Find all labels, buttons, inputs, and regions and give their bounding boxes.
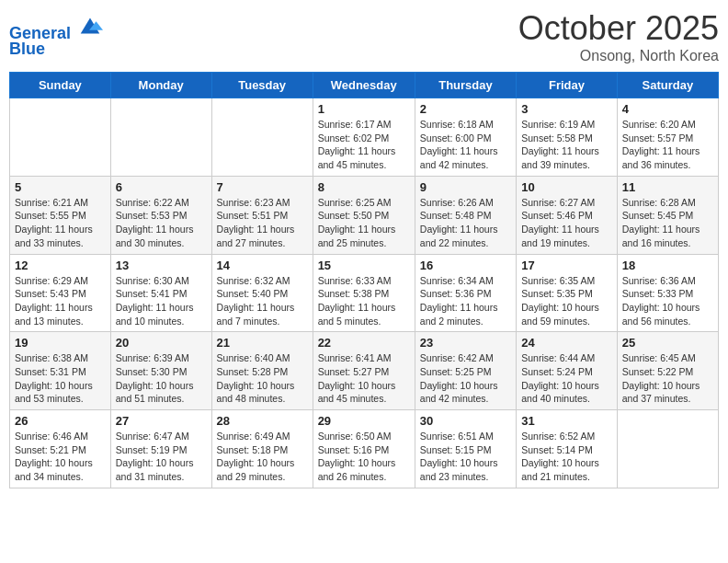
weekday-header: Friday bbox=[517, 73, 618, 98]
calendar-cell: 12 Sunrise: 6:29 AMSunset: 5:43 PMDaylig… bbox=[10, 254, 111, 332]
day-number: 18 bbox=[622, 259, 713, 272]
calendar-cell: 4 Sunrise: 6:20 AMSunset: 5:57 PMDayligh… bbox=[617, 98, 718, 177]
day-info: Sunrise: 6:40 AMSunset: 5:28 PMDaylight:… bbox=[217, 351, 308, 406]
day-info: Sunrise: 6:45 AMSunset: 5:22 PMDaylight:… bbox=[622, 351, 713, 406]
calendar-cell: 30 Sunrise: 6:51 AMSunset: 5:15 PMDaylig… bbox=[415, 410, 516, 488]
logo-icon bbox=[77, 13, 103, 39]
day-info: Sunrise: 6:29 AMSunset: 5:43 PMDaylight:… bbox=[15, 274, 106, 328]
day-number: 8 bbox=[318, 180, 410, 194]
day-number: 14 bbox=[217, 259, 308, 272]
calendar-week-row: 5 Sunrise: 6:21 AMSunset: 5:55 PMDayligh… bbox=[10, 176, 719, 254]
day-info: Sunrise: 6:19 AMSunset: 5:58 PMDaylight:… bbox=[521, 118, 612, 172]
logo-text: General bbox=[9, 13, 103, 43]
day-info: Sunrise: 6:26 AMSunset: 5:48 PMDaylight:… bbox=[420, 196, 511, 250]
day-number: 9 bbox=[420, 180, 511, 194]
calendar-cell: 6 Sunrise: 6:22 AMSunset: 5:53 PMDayligh… bbox=[110, 176, 211, 254]
day-info: Sunrise: 6:35 AMSunset: 5:35 PMDaylight:… bbox=[521, 274, 612, 328]
day-info: Sunrise: 6:22 AMSunset: 5:53 PMDaylight:… bbox=[116, 196, 207, 250]
calendar-cell bbox=[10, 98, 111, 177]
calendar-cell: 21 Sunrise: 6:40 AMSunset: 5:28 PMDaylig… bbox=[211, 332, 313, 410]
day-info: Sunrise: 6:33 AMSunset: 5:38 PMDaylight:… bbox=[318, 274, 410, 328]
day-number: 19 bbox=[15, 336, 106, 350]
calendar-week-row: 26 Sunrise: 6:46 AMSunset: 5:21 PMDaylig… bbox=[10, 410, 719, 488]
calendar-cell: 14 Sunrise: 6:32 AMSunset: 5:40 PMDaylig… bbox=[211, 254, 313, 332]
day-number: 13 bbox=[116, 259, 207, 272]
calendar-cell: 25 Sunrise: 6:45 AMSunset: 5:22 PMDaylig… bbox=[617, 332, 718, 410]
calendar-cell: 7 Sunrise: 6:23 AMSunset: 5:51 PMDayligh… bbox=[211, 176, 313, 254]
weekday-header: Saturday bbox=[617, 73, 718, 98]
day-number: 3 bbox=[521, 102, 612, 116]
calendar-cell: 18 Sunrise: 6:36 AMSunset: 5:33 PMDaylig… bbox=[617, 254, 718, 332]
calendar-week-row: 1 Sunrise: 6:17 AMSunset: 6:02 PMDayligh… bbox=[10, 98, 719, 177]
calendar-cell: 16 Sunrise: 6:34 AMSunset: 5:36 PMDaylig… bbox=[415, 254, 516, 332]
day-info: Sunrise: 6:18 AMSunset: 6:00 PMDaylight:… bbox=[420, 118, 511, 172]
day-info: Sunrise: 6:34 AMSunset: 5:36 PMDaylight:… bbox=[420, 274, 511, 328]
weekday-header: Tuesday bbox=[211, 73, 313, 98]
calendar-week-row: 12 Sunrise: 6:29 AMSunset: 5:43 PMDaylig… bbox=[10, 254, 719, 332]
day-info: Sunrise: 6:20 AMSunset: 5:57 PMDaylight:… bbox=[622, 118, 713, 172]
logo: General Blue bbox=[9, 9, 103, 59]
calendar-cell: 22 Sunrise: 6:41 AMSunset: 5:27 PMDaylig… bbox=[313, 332, 415, 410]
calendar-cell bbox=[211, 98, 313, 177]
day-number: 17 bbox=[521, 259, 612, 272]
calendar-cell: 27 Sunrise: 6:47 AMSunset: 5:19 PMDaylig… bbox=[110, 410, 211, 488]
day-number: 26 bbox=[15, 414, 106, 428]
day-number: 5 bbox=[15, 180, 106, 194]
day-number: 30 bbox=[420, 414, 511, 428]
day-number: 21 bbox=[217, 336, 308, 350]
calendar-cell: 29 Sunrise: 6:50 AMSunset: 5:16 PMDaylig… bbox=[313, 410, 415, 488]
day-number: 27 bbox=[116, 414, 207, 428]
day-info: Sunrise: 6:39 AMSunset: 5:30 PMDaylight:… bbox=[116, 351, 207, 406]
calendar-cell: 1 Sunrise: 6:17 AMSunset: 6:02 PMDayligh… bbox=[313, 98, 415, 177]
day-info: Sunrise: 6:50 AMSunset: 5:16 PMDaylight:… bbox=[318, 430, 410, 484]
calendar-cell: 10 Sunrise: 6:27 AMSunset: 5:46 PMDaylig… bbox=[517, 176, 618, 254]
day-number: 6 bbox=[116, 180, 207, 194]
calendar-cell: 17 Sunrise: 6:35 AMSunset: 5:35 PMDaylig… bbox=[517, 254, 618, 332]
day-info: Sunrise: 6:17 AMSunset: 6:02 PMDaylight:… bbox=[318, 118, 410, 172]
day-info: Sunrise: 6:47 AMSunset: 5:19 PMDaylight:… bbox=[116, 430, 207, 484]
day-info: Sunrise: 6:51 AMSunset: 5:15 PMDaylight:… bbox=[420, 430, 511, 484]
day-number: 22 bbox=[318, 336, 410, 350]
weekday-header: Wednesday bbox=[313, 73, 415, 98]
calendar-cell: 13 Sunrise: 6:30 AMSunset: 5:41 PMDaylig… bbox=[110, 254, 211, 332]
day-number: 11 bbox=[622, 180, 713, 194]
calendar-cell: 5 Sunrise: 6:21 AMSunset: 5:55 PMDayligh… bbox=[10, 176, 111, 254]
calendar-cell: 15 Sunrise: 6:33 AMSunset: 5:38 PMDaylig… bbox=[313, 254, 415, 332]
page-header: General Blue October 2025 Onsong, North … bbox=[9, 9, 719, 64]
day-number: 23 bbox=[420, 336, 511, 350]
day-info: Sunrise: 6:38 AMSunset: 5:31 PMDaylight:… bbox=[15, 351, 106, 406]
calendar-cell bbox=[617, 410, 718, 488]
day-info: Sunrise: 6:23 AMSunset: 5:51 PMDaylight:… bbox=[217, 196, 308, 250]
day-info: Sunrise: 6:49 AMSunset: 5:18 PMDaylight:… bbox=[217, 430, 308, 484]
day-number: 4 bbox=[622, 102, 713, 116]
weekday-header-row: SundayMondayTuesdayWednesdayThursdayFrid… bbox=[10, 73, 719, 98]
calendar-cell: 20 Sunrise: 6:39 AMSunset: 5:30 PMDaylig… bbox=[110, 332, 211, 410]
day-info: Sunrise: 6:21 AMSunset: 5:55 PMDaylight:… bbox=[15, 196, 106, 250]
calendar-cell: 24 Sunrise: 6:44 AMSunset: 5:24 PMDaylig… bbox=[517, 332, 618, 410]
calendar-cell bbox=[110, 98, 211, 177]
day-number: 20 bbox=[116, 336, 207, 350]
calendar-cell: 9 Sunrise: 6:26 AMSunset: 5:48 PMDayligh… bbox=[415, 176, 516, 254]
calendar-cell: 11 Sunrise: 6:28 AMSunset: 5:45 PMDaylig… bbox=[617, 176, 718, 254]
weekday-header: Monday bbox=[110, 73, 211, 98]
day-number: 10 bbox=[521, 180, 612, 194]
title-area: October 2025 Onsong, North Korea bbox=[518, 9, 719, 64]
weekday-header: Thursday bbox=[415, 73, 516, 98]
calendar-cell: 2 Sunrise: 6:18 AMSunset: 6:00 PMDayligh… bbox=[415, 98, 516, 177]
day-number: 24 bbox=[521, 336, 612, 350]
calendar-week-row: 19 Sunrise: 6:38 AMSunset: 5:31 PMDaylig… bbox=[10, 332, 719, 410]
day-info: Sunrise: 6:36 AMSunset: 5:33 PMDaylight:… bbox=[622, 274, 713, 328]
day-number: 29 bbox=[318, 414, 410, 428]
day-info: Sunrise: 6:44 AMSunset: 5:24 PMDaylight:… bbox=[521, 351, 612, 406]
calendar-cell: 23 Sunrise: 6:42 AMSunset: 5:25 PMDaylig… bbox=[415, 332, 516, 410]
day-info: Sunrise: 6:30 AMSunset: 5:41 PMDaylight:… bbox=[116, 274, 207, 328]
day-number: 16 bbox=[420, 259, 511, 272]
location: Onsong, North Korea bbox=[518, 48, 719, 64]
day-number: 15 bbox=[318, 259, 410, 272]
calendar-cell: 31 Sunrise: 6:52 AMSunset: 5:14 PMDaylig… bbox=[517, 410, 618, 488]
day-info: Sunrise: 6:32 AMSunset: 5:40 PMDaylight:… bbox=[217, 274, 308, 328]
day-info: Sunrise: 6:27 AMSunset: 5:46 PMDaylight:… bbox=[521, 196, 612, 250]
day-number: 1 bbox=[318, 102, 410, 116]
day-number: 28 bbox=[217, 414, 308, 428]
day-info: Sunrise: 6:52 AMSunset: 5:14 PMDaylight:… bbox=[521, 430, 612, 484]
